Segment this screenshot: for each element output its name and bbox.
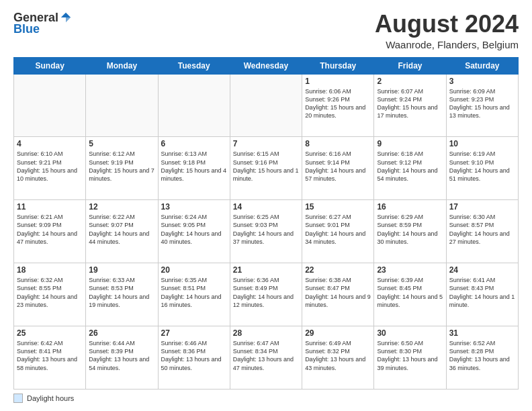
day-number: 31 <box>449 328 515 338</box>
location: Waanrode, Flanders, Belgium <box>375 39 519 50</box>
day-info: Sunrise: 6:21 AM Sunset: 9:09 PM Dayligh… <box>17 213 83 246</box>
table-row: 17Sunrise: 6:30 AM Sunset: 8:57 PM Dayli… <box>446 200 518 263</box>
day-info: Sunrise: 6:16 AM Sunset: 9:14 PM Dayligh… <box>305 150 371 183</box>
col-friday: Friday <box>374 57 446 74</box>
day-number: 26 <box>89 328 154 338</box>
table-row: 5Sunrise: 6:12 AM Sunset: 9:19 PM Daylig… <box>86 137 158 200</box>
day-number: 13 <box>161 202 227 212</box>
day-number: 8 <box>305 139 371 148</box>
legend-label: Daylight hours <box>27 394 74 402</box>
day-info: Sunrise: 6:46 AM Sunset: 8:36 PM Dayligh… <box>161 339 227 372</box>
table-row: 16Sunrise: 6:29 AM Sunset: 8:59 PM Dayli… <box>374 200 446 263</box>
day-number: 23 <box>377 265 443 275</box>
day-number: 12 <box>89 202 154 212</box>
table-row: 29Sunrise: 6:49 AM Sunset: 8:32 PM Dayli… <box>302 326 374 390</box>
table-row: 2Sunrise: 6:07 AM Sunset: 9:24 PM Daylig… <box>374 74 446 137</box>
day-number: 18 <box>17 265 83 275</box>
header: General Blue August 2024 Waanrode, Fland… <box>13 11 519 50</box>
day-number: 5 <box>89 139 154 148</box>
day-number: 22 <box>305 265 371 275</box>
day-info: Sunrise: 6:38 AM Sunset: 8:47 PM Dayligh… <box>305 276 371 309</box>
day-info: Sunrise: 6:52 AM Sunset: 8:28 PM Dayligh… <box>449 339 515 372</box>
logo-icon <box>60 11 72 24</box>
calendar-week-row: 4Sunrise: 6:10 AM Sunset: 9:21 PM Daylig… <box>14 137 519 200</box>
day-info: Sunrise: 6:33 AM Sunset: 8:53 PM Dayligh… <box>89 276 154 309</box>
day-number: 28 <box>233 328 299 338</box>
day-info: Sunrise: 6:49 AM Sunset: 8:32 PM Dayligh… <box>305 339 371 372</box>
day-info: Sunrise: 6:39 AM Sunset: 8:45 PM Dayligh… <box>377 276 443 309</box>
page: General Blue August 2024 Waanrode, Fland… <box>0 0 532 411</box>
calendar-week-row: 11Sunrise: 6:21 AM Sunset: 9:09 PM Dayli… <box>14 200 519 263</box>
table-row: 22Sunrise: 6:38 AM Sunset: 8:47 PM Dayli… <box>302 263 374 326</box>
col-wednesday: Wednesday <box>230 57 302 74</box>
day-info: Sunrise: 6:09 AM Sunset: 9:23 PM Dayligh… <box>449 87 515 120</box>
day-number: 29 <box>305 328 371 338</box>
legend-box <box>13 394 23 403</box>
table-row: 10Sunrise: 6:19 AM Sunset: 9:10 PM Dayli… <box>446 137 518 200</box>
table-row: 9Sunrise: 6:18 AM Sunset: 9:12 PM Daylig… <box>374 137 446 200</box>
month-year: August 2024 <box>375 11 519 38</box>
day-number: 9 <box>377 139 443 148</box>
day-info: Sunrise: 6:12 AM Sunset: 9:19 PM Dayligh… <box>89 150 154 183</box>
day-info: Sunrise: 6:36 AM Sunset: 8:49 PM Dayligh… <box>233 276 299 309</box>
table-row: 27Sunrise: 6:46 AM Sunset: 8:36 PM Dayli… <box>158 326 230 390</box>
day-number: 20 <box>161 265 227 275</box>
day-info: Sunrise: 6:10 AM Sunset: 9:21 PM Dayligh… <box>17 150 83 183</box>
day-number: 21 <box>233 265 299 275</box>
col-monday: Monday <box>86 57 158 74</box>
calendar-header-row: Sunday Monday Tuesday Wednesday Thursday… <box>14 57 519 74</box>
day-info: Sunrise: 6:47 AM Sunset: 8:34 PM Dayligh… <box>233 339 299 372</box>
table-row: 28Sunrise: 6:47 AM Sunset: 8:34 PM Dayli… <box>230 326 302 390</box>
day-info: Sunrise: 6:50 AM Sunset: 8:30 PM Dayligh… <box>377 339 443 372</box>
day-number: 25 <box>17 328 83 338</box>
table-row: 30Sunrise: 6:50 AM Sunset: 8:30 PM Dayli… <box>374 326 446 390</box>
day-info: Sunrise: 6:29 AM Sunset: 8:59 PM Dayligh… <box>377 213 443 246</box>
day-info: Sunrise: 6:22 AM Sunset: 9:07 PM Dayligh… <box>89 213 154 246</box>
col-thursday: Thursday <box>302 57 374 74</box>
table-row: 12Sunrise: 6:22 AM Sunset: 9:07 PM Dayli… <box>86 200 158 263</box>
day-number: 1 <box>305 77 371 86</box>
table-row: 31Sunrise: 6:52 AM Sunset: 8:28 PM Dayli… <box>446 326 518 390</box>
table-row: 18Sunrise: 6:32 AM Sunset: 8:55 PM Dayli… <box>14 263 86 326</box>
logo: General Blue <box>13 11 72 36</box>
table-row <box>230 74 302 137</box>
table-row: 15Sunrise: 6:27 AM Sunset: 9:01 PM Dayli… <box>302 200 374 263</box>
day-number: 27 <box>161 328 227 338</box>
table-row: 6Sunrise: 6:13 AM Sunset: 9:18 PM Daylig… <box>158 137 230 200</box>
day-number: 3 <box>449 77 515 86</box>
day-info: Sunrise: 6:42 AM Sunset: 8:41 PM Dayligh… <box>17 339 83 372</box>
table-row: 1Sunrise: 6:06 AM Sunset: 9:26 PM Daylig… <box>302 74 374 137</box>
table-row: 4Sunrise: 6:10 AM Sunset: 9:21 PM Daylig… <box>14 137 86 200</box>
day-info: Sunrise: 6:32 AM Sunset: 8:55 PM Dayligh… <box>17 276 83 309</box>
day-info: Sunrise: 6:15 AM Sunset: 9:16 PM Dayligh… <box>233 150 299 183</box>
table-row: 26Sunrise: 6:44 AM Sunset: 8:39 PM Dayli… <box>86 326 158 390</box>
table-row <box>158 74 230 137</box>
day-number: 30 <box>377 328 443 338</box>
day-info: Sunrise: 6:13 AM Sunset: 9:18 PM Dayligh… <box>161 150 227 183</box>
calendar-week-row: 25Sunrise: 6:42 AM Sunset: 8:41 PM Dayli… <box>14 326 519 390</box>
day-info: Sunrise: 6:19 AM Sunset: 9:10 PM Dayligh… <box>449 150 515 183</box>
day-info: Sunrise: 6:07 AM Sunset: 9:24 PM Dayligh… <box>377 87 443 120</box>
day-info: Sunrise: 6:06 AM Sunset: 9:26 PM Dayligh… <box>305 87 371 120</box>
table-row: 21Sunrise: 6:36 AM Sunset: 8:49 PM Dayli… <box>230 263 302 326</box>
day-number: 19 <box>89 265 154 275</box>
table-row: 20Sunrise: 6:35 AM Sunset: 8:51 PM Dayli… <box>158 263 230 326</box>
day-number: 11 <box>17 202 83 212</box>
day-info: Sunrise: 6:18 AM Sunset: 9:12 PM Dayligh… <box>377 150 443 183</box>
day-number: 10 <box>449 139 515 148</box>
day-number: 6 <box>161 139 227 148</box>
title-block: August 2024 Waanrode, Flanders, Belgium <box>375 11 519 50</box>
calendar: Sunday Monday Tuesday Wednesday Thursday… <box>13 57 519 390</box>
col-sunday: Sunday <box>14 57 86 74</box>
footer: Daylight hours <box>13 394 519 403</box>
day-number: 16 <box>377 202 443 212</box>
table-row: 11Sunrise: 6:21 AM Sunset: 9:09 PM Dayli… <box>14 200 86 263</box>
table-row: 24Sunrise: 6:41 AM Sunset: 8:43 PM Dayli… <box>446 263 518 326</box>
col-tuesday: Tuesday <box>158 57 230 74</box>
calendar-week-row: 1Sunrise: 6:06 AM Sunset: 9:26 PM Daylig… <box>14 74 519 137</box>
day-info: Sunrise: 6:24 AM Sunset: 9:05 PM Dayligh… <box>161 213 227 246</box>
table-row: 3Sunrise: 6:09 AM Sunset: 9:23 PM Daylig… <box>446 74 518 137</box>
day-number: 14 <box>233 202 299 212</box>
table-row: 13Sunrise: 6:24 AM Sunset: 9:05 PM Dayli… <box>158 200 230 263</box>
day-info: Sunrise: 6:41 AM Sunset: 8:43 PM Dayligh… <box>449 276 515 309</box>
